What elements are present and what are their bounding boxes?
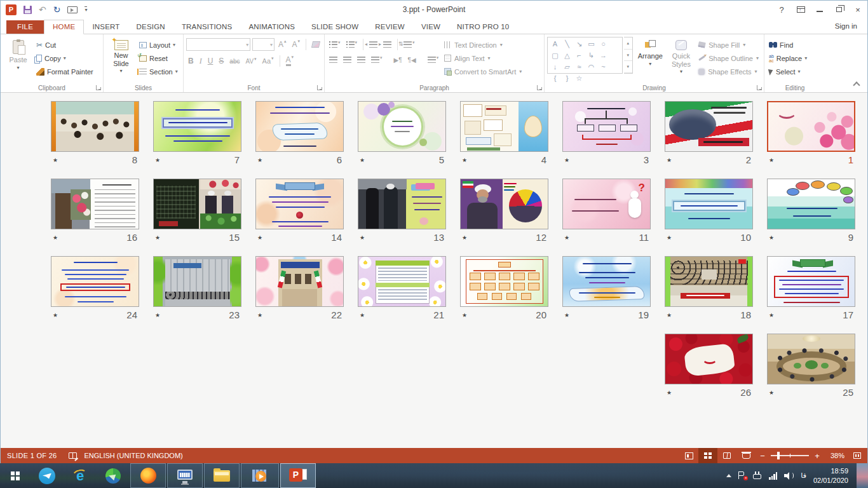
slide-thumbnail-5-floral-wreath-text[interactable] bbox=[358, 101, 446, 152]
select-button[interactable]: Select▾ bbox=[767, 65, 809, 78]
slide-thumbnail-25-conference-room-photo[interactable] bbox=[767, 334, 855, 384]
zoom-slider-thumb[interactable] bbox=[777, 452, 780, 459]
normal-view-button[interactable] bbox=[679, 448, 698, 463]
taskbar-media-player[interactable] bbox=[241, 463, 279, 488]
start-button[interactable] bbox=[0, 463, 31, 488]
tab-design[interactable]: DESIGN bbox=[128, 20, 173, 34]
cut-button[interactable]: ✂Cut bbox=[34, 38, 95, 51]
taskbar-file-explorer[interactable] bbox=[204, 463, 240, 488]
character-spacing-button[interactable]: AV▾ bbox=[243, 57, 258, 66]
font-color-button[interactable]: A▾ bbox=[284, 55, 296, 67]
tab-nitro-pro[interactable]: NITRO PRO 10 bbox=[449, 20, 517, 34]
tab-file[interactable]: FILE bbox=[6, 20, 44, 34]
tab-transitions[interactable]: TRANSITIONS bbox=[173, 20, 241, 34]
reading-view-button[interactable] bbox=[717, 448, 736, 463]
underline-button[interactable]: U bbox=[206, 55, 215, 67]
justify-button[interactable]: ▾ bbox=[369, 55, 384, 65]
tab-review[interactable]: REVIEW bbox=[367, 20, 413, 34]
change-case-button[interactable]: Aa▾ bbox=[261, 56, 276, 66]
bold-button[interactable]: B bbox=[186, 55, 196, 67]
shape-fill-button[interactable]: Shape Fill▾ bbox=[696, 38, 761, 51]
action-center-flag-icon[interactable]: × bbox=[738, 471, 746, 480]
slide-thumbnail-2-iran-flag-group-photo[interactable] bbox=[665, 101, 753, 152]
tray-show-hidden-icons[interactable] bbox=[726, 474, 731, 477]
format-painter-button[interactable]: Format Painter bbox=[34, 65, 95, 78]
convert-to-smartart-button[interactable]: Convert to SmartArt▾ bbox=[442, 65, 524, 78]
shape-gallery-item-7[interactable]: ⌐ bbox=[573, 50, 585, 61]
tab-home[interactable]: HOME bbox=[44, 20, 84, 34]
paragraph-dialog-launcher[interactable] bbox=[537, 85, 542, 90]
decrease-indent-button[interactable] bbox=[367, 40, 379, 50]
slide-thumbnail-1-pink-blossoms-title[interactable] bbox=[767, 101, 855, 152]
slide-thumbnail-24-text-paragraphs-red-box[interactable] bbox=[51, 256, 139, 307]
paste-button[interactable]: Paste ▾ bbox=[3, 37, 33, 83]
shape-gallery-item-1[interactable]: ╲ bbox=[561, 38, 573, 50]
help-button[interactable]: ? bbox=[772, 1, 791, 18]
sign-in-link[interactable]: Sign in bbox=[835, 22, 857, 30]
align-left-button[interactable] bbox=[327, 55, 339, 65]
minimize-button[interactable] bbox=[810, 1, 829, 18]
shadow-button[interactable]: S bbox=[217, 55, 226, 67]
shapes-gallery[interactable]: A╲↘▭○▢△⌐↳→↓▱≈◠~{}☆ bbox=[547, 37, 623, 74]
columns-button[interactable]: ▾ bbox=[426, 55, 441, 65]
shape-outline-button[interactable]: Shape Outline▾ bbox=[696, 51, 761, 65]
slide-thumbnail-7-green-yellow-text-lines[interactable] bbox=[153, 101, 241, 152]
shape-gallery-item-16[interactable]: } bbox=[561, 72, 573, 84]
new-slide-button[interactable]: New Slide ▾ bbox=[106, 37, 136, 83]
replace-button[interactable]: abacReplace▾ bbox=[767, 51, 809, 65]
zoom-in-button[interactable]: + bbox=[810, 451, 824, 461]
right-to-left-button[interactable]: ¶◀ bbox=[406, 55, 418, 65]
zoom-percentage[interactable]: 38% bbox=[824, 452, 851, 459]
text-direction-button[interactable]: Text Direction▾ bbox=[442, 38, 524, 51]
restore-button[interactable] bbox=[829, 1, 848, 18]
taskbar-remote-desktop[interactable] bbox=[167, 463, 203, 488]
taskbar-clock[interactable]: 18:5902/01/2020 bbox=[813, 466, 850, 485]
slide-thumbnail-16-podium-flowers-text-panel[interactable] bbox=[51, 179, 139, 229]
taskbar-internet-explorer[interactable]: e bbox=[64, 463, 97, 488]
network-signal-icon[interactable] bbox=[769, 472, 777, 480]
slide-thumbnail-3-flowchart-pink-bokeh[interactable] bbox=[562, 101, 651, 152]
shape-gallery-scroll-1[interactable]: ▾ bbox=[624, 50, 633, 62]
increase-indent-button[interactable] bbox=[381, 40, 393, 50]
tab-slide-show[interactable]: SLIDE SHOW bbox=[303, 20, 367, 34]
clear-formatting-button[interactable] bbox=[310, 40, 322, 49]
shape-gallery-scroll-0[interactable]: ▴ bbox=[624, 37, 633, 50]
slide-thumbnail-11-question-figure-pink[interactable]: ? bbox=[562, 179, 651, 229]
slide-thumbnail-4-newspaper-clippings-blue-panel[interactable] bbox=[460, 101, 548, 152]
shape-gallery-item-5[interactable]: ▢ bbox=[549, 50, 561, 61]
slide-thumbnail-15-parliament-clerics-photos[interactable] bbox=[153, 179, 241, 229]
tab-animations[interactable]: ANIMATIONS bbox=[240, 20, 303, 34]
shape-gallery-item-11[interactable]: ▱ bbox=[561, 61, 573, 72]
reset-button[interactable]: Reset bbox=[137, 51, 180, 65]
zoom-out-button[interactable]: − bbox=[756, 451, 770, 461]
drawing-dialog-launcher[interactable] bbox=[757, 85, 762, 90]
section-button[interactable]: Section▾ bbox=[137, 65, 180, 78]
tab-insert[interactable]: INSERT bbox=[84, 20, 128, 34]
shape-gallery-item-3[interactable]: ▭ bbox=[585, 38, 597, 50]
slide-thumbnail-21-daisy-table-purple[interactable] bbox=[358, 256, 446, 307]
spell-check-icon[interactable] bbox=[69, 452, 77, 459]
shape-gallery-item-12[interactable]: ≈ bbox=[573, 61, 585, 72]
undo-icon[interactable]: ↶ bbox=[39, 5, 46, 14]
shape-gallery-item-2[interactable]: ↘ bbox=[573, 38, 585, 50]
font-dialog-launcher[interactable] bbox=[317, 85, 322, 90]
shape-effects-button[interactable]: Shape Effects▾ bbox=[696, 65, 761, 78]
taskbar-download-manager[interactable] bbox=[97, 463, 130, 488]
slide-thumbnail-23-building-green-edges[interactable] bbox=[153, 256, 241, 307]
shape-gallery-item-6[interactable]: △ bbox=[561, 50, 573, 61]
ribbon-display-options-button[interactable] bbox=[791, 1, 810, 18]
arrange-button[interactable]: Arrange ▾ bbox=[634, 37, 666, 83]
shape-gallery-item-8[interactable]: ↳ bbox=[585, 50, 597, 61]
align-right-button[interactable] bbox=[355, 55, 367, 65]
taskbar-powerpoint-active[interactable]: P bbox=[280, 463, 316, 488]
shape-gallery-item-0[interactable]: A bbox=[549, 38, 561, 50]
decrease-font-size-button[interactable]: A▾ bbox=[290, 39, 302, 50]
customize-qat-icon[interactable]: ▾ bbox=[85, 6, 87, 13]
redo-icon[interactable]: ↻ bbox=[53, 5, 61, 14]
numbering-button[interactable]: ▾ bbox=[344, 40, 360, 50]
slide-thumbnail-14-ribbon-banner-rose-text[interactable] bbox=[255, 179, 344, 229]
shape-gallery-scroll-2[interactable]: ▾ bbox=[624, 61, 633, 73]
slide-thumbnail-19-sky-text-wavy-banner[interactable] bbox=[562, 256, 651, 307]
bullets-button[interactable]: ▾ bbox=[327, 40, 342, 50]
taskbar-telegram[interactable] bbox=[31, 463, 64, 488]
